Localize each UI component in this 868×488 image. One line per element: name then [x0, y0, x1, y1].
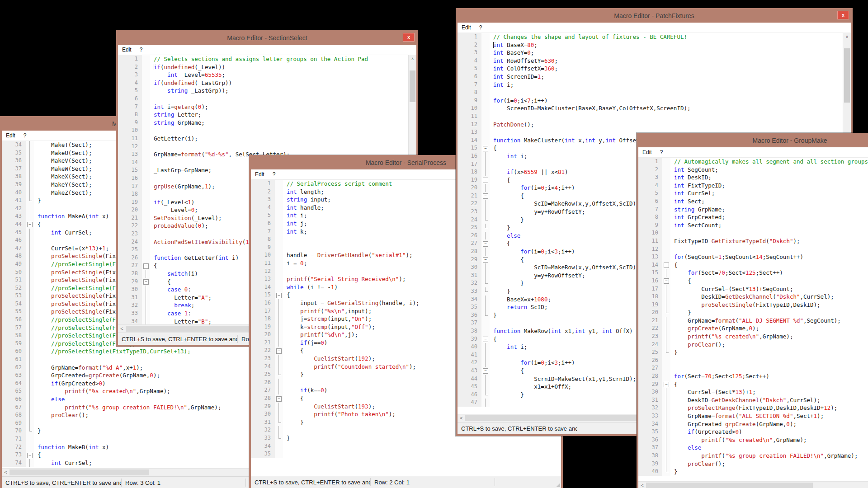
- fold-box-icon[interactable]: [481, 367, 490, 375]
- line-number: 36: [2, 157, 26, 165]
- menu-item-help[interactable]: ?: [269, 171, 280, 178]
- code-line: 23 printf("%s created\n",GrpName);: [638, 333, 868, 341]
- horizontal-scrollbar[interactable]: <: [638, 481, 868, 488]
- scroll-up-icon[interactable]: ∧: [409, 55, 416, 63]
- line-number: 52: [2, 284, 26, 292]
- scroll-left-icon[interactable]: <: [458, 414, 465, 422]
- close-icon[interactable]: x: [837, 11, 849, 19]
- fold-guide: [481, 327, 490, 335]
- code-token: ;i<: [544, 359, 555, 366]
- menu-item-help[interactable]: ?: [19, 132, 31, 139]
- fold-guide: [26, 316, 34, 324]
- menu-item-edit[interactable]: Edit: [2, 132, 19, 139]
- scroll-left-icon[interactable]: <: [638, 482, 646, 488]
- fold-box-icon[interactable]: [662, 380, 670, 389]
- line-number: 74: [2, 459, 26, 467]
- horizontal-scroll-thumb[interactable]: [9, 469, 149, 475]
- fold-box-icon[interactable]: [481, 256, 490, 264]
- fold-box-icon[interactable]: [662, 277, 670, 285]
- fold-guide: [26, 141, 34, 149]
- code-text: int j;: [283, 220, 307, 228]
- code-token: (GrpName,: [718, 325, 749, 332]
- line-number: 11: [638, 237, 662, 245]
- horizontal-scrollbar[interactable]: <: [2, 468, 255, 476]
- code-editor[interactable]: 1// Automagically makes all-segment and …: [638, 158, 868, 481]
- code-token: "%s created\n": [712, 333, 759, 340]
- vertical-scroll-thumb[interactable]: [410, 70, 415, 102]
- code-token: _Level=: [178, 71, 205, 78]
- code-token: [38, 308, 51, 315]
- code-token: _LastGrp));: [188, 87, 228, 94]
- fold-box-icon[interactable]: [481, 335, 490, 343]
- code-token: [154, 270, 167, 277]
- code-text: }: [670, 348, 678, 357]
- code-token: function: [38, 444, 65, 450]
- fold-guide: [142, 206, 150, 214]
- line-number: 34: [638, 420, 662, 428]
- fold-box-icon[interactable]: [142, 262, 150, 270]
- code-text: k=strcmp(input,"Off");: [283, 323, 375, 331]
- close-icon[interactable]: x: [403, 33, 415, 42]
- menu-item-edit[interactable]: Edit: [118, 47, 136, 53]
- code-token: input =: [287, 300, 327, 306]
- fold-box-icon[interactable]: [481, 144, 490, 152]
- fold-box-icon[interactable]: [142, 278, 150, 286]
- menu-item-help[interactable]: ?: [136, 47, 147, 53]
- code-token: "Countdown started\n": [338, 363, 409, 370]
- code-token: }: [493, 391, 524, 398]
- code-text: [490, 128, 493, 136]
- menu-item-help[interactable]: ?: [656, 149, 667, 155]
- code-token: GrpName=: [674, 317, 715, 324]
- line-number: 44: [458, 375, 481, 383]
- fold-box-icon[interactable]: [275, 394, 283, 403]
- titlebar[interactable]: Macro Editor - PatchFixturesx: [458, 10, 851, 23]
- scroll-left-icon[interactable]: <: [118, 325, 126, 333]
- fold-box-icon[interactable]: [481, 176, 490, 184]
- code-token: int: [493, 65, 504, 72]
- code-token: );: [399, 276, 406, 282]
- line-number: 31: [458, 272, 481, 280]
- code-token: int: [154, 103, 164, 110]
- horizontal-scroll-thumb[interactable]: [646, 483, 813, 488]
- menu-item-help[interactable]: ?: [475, 24, 486, 31]
- code-token: CurrSel;: [61, 460, 92, 466]
- fold-guide: [26, 284, 34, 292]
- menu-item-edit[interactable]: Edit: [638, 149, 656, 155]
- code-token: (_LastGrp)): [194, 80, 232, 86]
- code-token: ): [324, 339, 328, 346]
- code-token: (_Level)): [194, 64, 225, 70]
- fold-box-icon[interactable]: [481, 192, 490, 200]
- fold-guide: [481, 152, 490, 160]
- code-token: CurrSel=(Sect*: [674, 286, 749, 292]
- code-token: GetDeskChannel: [712, 397, 759, 404]
- fold-box-icon[interactable]: [481, 239, 490, 248]
- titlebar[interactable]: Macro Editor - SectionSelectx: [118, 32, 416, 45]
- scroll-left-icon[interactable]: <: [2, 469, 9, 476]
- line-number: 19: [638, 301, 662, 309]
- line-number: 32: [251, 426, 275, 434]
- menu-item-edit[interactable]: Edit: [458, 24, 475, 31]
- fold-box-icon[interactable]: [26, 221, 34, 229]
- menu-item-edit[interactable]: Edit: [251, 171, 269, 178]
- code-token: )+: [742, 389, 749, 395]
- fold-box-icon[interactable]: [275, 347, 283, 355]
- line-number: 20: [118, 206, 142, 214]
- resize-grip[interactable]: [556, 483, 560, 487]
- fold-box-icon[interactable]: [275, 291, 283, 299]
- scroll-up-icon[interactable]: ∧: [843, 33, 851, 41]
- code-token: int: [565, 137, 575, 144]
- code-token: grpCreate: [688, 325, 718, 332]
- fold-box-icon[interactable]: [26, 451, 34, 459]
- code-token: (: [160, 64, 164, 70]
- line-number: 46: [458, 391, 481, 399]
- code-token: (: [759, 397, 763, 404]
- titlebar[interactable]: Macro Editor - GroupMakex: [638, 135, 868, 147]
- vertical-scroll-thumb[interactable]: [844, 48, 850, 103]
- code-token: ;i++): [558, 248, 575, 255]
- window-macro-editor-groupmake[interactable]: Macro Editor - GroupMakexEdit?1// Automa…: [637, 133, 868, 488]
- code-token: {: [287, 347, 304, 354]
- code-token: SegCount;: [684, 166, 718, 173]
- code-token: GrpCreated=: [674, 421, 725, 427]
- fold-box-icon[interactable]: [662, 261, 670, 269]
- code-token: int: [674, 190, 684, 197]
